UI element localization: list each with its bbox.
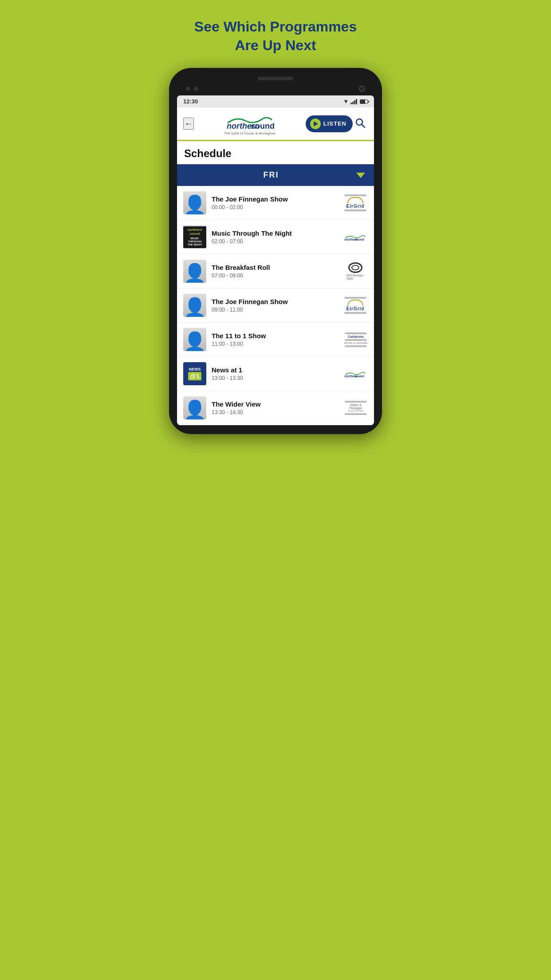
show-time-6: 13:00 - 13:30 bbox=[212, 375, 338, 381]
person-silhouette-3: 👤 bbox=[183, 264, 206, 283]
sponsor-bar-mid-5 bbox=[345, 339, 367, 341]
schedule-item-4[interactable]: 👤 The Joe Finnegan Show 09:00 - 11:00 Ei… bbox=[177, 288, 374, 323]
person-silhouette-5: 👤 bbox=[183, 332, 206, 351]
ns-sponsor-logo-6: northern sound bbox=[343, 368, 367, 380]
signal-bars bbox=[350, 99, 357, 104]
show-info-5: The 11 to 1 Show 11:00 - 13:00 bbox=[212, 332, 338, 347]
news-at-label-6: @1 bbox=[188, 372, 201, 380]
sponsor-logo-4: EirGrid bbox=[343, 295, 368, 316]
sponsor-bar-bot-5 bbox=[345, 345, 367, 347]
show-name-4: The Joe Finnegan Show bbox=[212, 298, 338, 305]
person-silhouette-7: 👤 bbox=[183, 401, 206, 419]
back-button[interactable]: ← bbox=[183, 118, 194, 130]
show-name-6: News at 1 bbox=[212, 366, 338, 374]
show-thumb-4: 👤 bbox=[183, 294, 206, 317]
wilkie-text-7: Wilkie & Flanagan bbox=[344, 403, 368, 410]
show-time-5: 11:00 - 13:00 bbox=[212, 341, 338, 347]
schedule-item-7[interactable]: 👤 The Wider View 13:30 - 14:30 Wilkie & … bbox=[177, 391, 374, 425]
schedule-item-5[interactable]: 👤 The 11 to 1 Show 11:00 - 13:00 Castler… bbox=[177, 323, 374, 357]
show-thumb-1: 👤 bbox=[183, 191, 206, 214]
signal-bar-3 bbox=[354, 100, 355, 104]
schedule-item-3[interactable]: 👤 The Breakfast Roll 07:00 - 09:00 McChe… bbox=[177, 254, 374, 288]
show-thumb-6: NEWS @1 bbox=[183, 362, 206, 385]
logo-tagline: The Spirit of Cavan & Monaghan bbox=[223, 131, 276, 135]
eirgrid-text-1: EirGrid bbox=[346, 204, 365, 209]
front-camera bbox=[359, 86, 365, 92]
camera-dots bbox=[186, 87, 198, 91]
show-info-1: The Joe Finnegan Show 00:00 - 02:00 bbox=[212, 195, 338, 210]
sponsor-bar-top-5 bbox=[345, 332, 367, 334]
logo: northern sound The Spirit of Cavan & Mon… bbox=[223, 112, 276, 135]
show-thumb-5: 👤 bbox=[183, 328, 206, 351]
show-info-6: News at 1 13:00 - 13:30 bbox=[212, 366, 338, 381]
status-time: 12:30 bbox=[183, 98, 198, 105]
phone-device: 12:30 ▼ ← no bbox=[169, 68, 382, 434]
sponsor-logo-7: Wilkie & Flanagan SOLICITORS bbox=[344, 397, 368, 419]
phone-speaker bbox=[258, 77, 293, 80]
svg-text:sound: sound bbox=[354, 237, 364, 241]
sponsor-logo-5: Castleross HOTEL & LEISURE bbox=[344, 329, 368, 350]
listen-button[interactable]: LISTEN bbox=[306, 115, 353, 132]
svg-text:sound: sound bbox=[354, 374, 364, 378]
sponsor-bar-top-4 bbox=[344, 297, 366, 299]
battery-icon bbox=[360, 99, 368, 104]
chevron-down-icon[interactable] bbox=[356, 173, 365, 178]
heading-line1: See Which Programmes bbox=[194, 19, 357, 35]
sponsor-bar-bot-1 bbox=[344, 209, 366, 211]
signal-bar-2 bbox=[352, 102, 354, 104]
phone-cameras bbox=[177, 86, 374, 92]
person-silhouette-4: 👤 bbox=[183, 298, 206, 317]
schedule-item-6[interactable]: NEWS @1 News at 1 13:00 - 13:30 northern… bbox=[177, 357, 374, 391]
battery-fill bbox=[360, 100, 365, 103]
show-time-2: 02:00 - 07:00 bbox=[212, 238, 338, 245]
svg-text:sound: sound bbox=[251, 122, 275, 130]
listen-label: LISTEN bbox=[323, 120, 346, 127]
day-selector[interactable]: FRI bbox=[177, 164, 374, 186]
castleross-text-5: Castleross bbox=[348, 335, 364, 338]
status-bar: 12:30 ▼ bbox=[177, 95, 374, 107]
show-name-2: Music Through The Night bbox=[212, 229, 338, 237]
sponsor-bar-bot-7 bbox=[345, 413, 367, 415]
castleross-sub-5: HOTEL & LEISURE bbox=[344, 342, 368, 344]
opel-circle-3 bbox=[348, 262, 362, 273]
person-silhouette-1: 👤 bbox=[183, 196, 206, 214]
schedule-item-1[interactable]: 👤 The Joe Finnegan Show 00:00 - 02:00 Ei… bbox=[177, 186, 374, 220]
show-thumb-2: northern sound MUSIC THROUGH THE NIGHT bbox=[183, 225, 206, 249]
schedule-list: 👤 The Joe Finnegan Show 00:00 - 02:00 Ei… bbox=[177, 186, 374, 425]
heading-line2: Are Up Next bbox=[235, 37, 316, 53]
eirgrid-arc-1 bbox=[347, 197, 363, 203]
day-label: FRI bbox=[186, 170, 356, 180]
logo-area: northern sound The Spirit of Cavan & Mon… bbox=[194, 112, 306, 135]
thumb-dark-2: northern sound MUSIC THROUGH THE NIGHT bbox=[183, 226, 206, 248]
schedule-title: Schedule bbox=[177, 141, 374, 164]
show-thumb-3: 👤 bbox=[183, 260, 206, 283]
page-heading: See Which Programmes Are Up Next bbox=[194, 18, 357, 55]
opel-text-3: McCheney's Opel bbox=[346, 274, 364, 280]
schedule-item-2[interactable]: northern sound MUSIC THROUGH THE NIGHT M… bbox=[177, 220, 374, 254]
sponsor-logo-3: McCheney's Opel bbox=[343, 261, 368, 282]
play-circle-icon bbox=[310, 119, 321, 129]
app-header: ← northern sound The Spirit of Cavan & M… bbox=[177, 107, 374, 141]
signal-bar-1 bbox=[350, 103, 352, 104]
sponsor-logo-2: northern sound bbox=[343, 226, 368, 248]
show-name-7: The Wider View bbox=[212, 400, 338, 408]
show-info-4: The Joe Finnegan Show 09:00 - 11:00 bbox=[212, 298, 338, 313]
news-thumb-6: NEWS @1 bbox=[183, 362, 206, 385]
show-time-7: 13:30 - 14:30 bbox=[212, 409, 338, 415]
opel-logo-3: McCheney's Opel bbox=[346, 262, 364, 280]
camera-dot-1 bbox=[186, 87, 190, 91]
svg-line-3 bbox=[362, 124, 365, 127]
show-name-1: The Joe Finnegan Show bbox=[212, 195, 338, 203]
show-time-1: 00:00 - 02:00 bbox=[212, 204, 338, 210]
show-info-7: The Wider View 13:30 - 14:30 bbox=[212, 400, 338, 415]
show-info-2: Music Through The Night 02:00 - 07:00 bbox=[212, 229, 338, 245]
show-name-3: The Breakfast Roll bbox=[212, 264, 338, 271]
status-icons: ▼ bbox=[343, 98, 368, 105]
logo-svg: northern sound bbox=[223, 112, 276, 130]
camera-dot-2 bbox=[194, 87, 198, 91]
sponsor-logo-6: northern sound bbox=[343, 363, 368, 384]
search-button[interactable] bbox=[353, 115, 368, 132]
eirgrid-arc-4 bbox=[347, 300, 363, 306]
show-info-3: The Breakfast Roll 07:00 - 09:00 bbox=[212, 264, 338, 279]
play-triangle-icon bbox=[314, 121, 318, 126]
